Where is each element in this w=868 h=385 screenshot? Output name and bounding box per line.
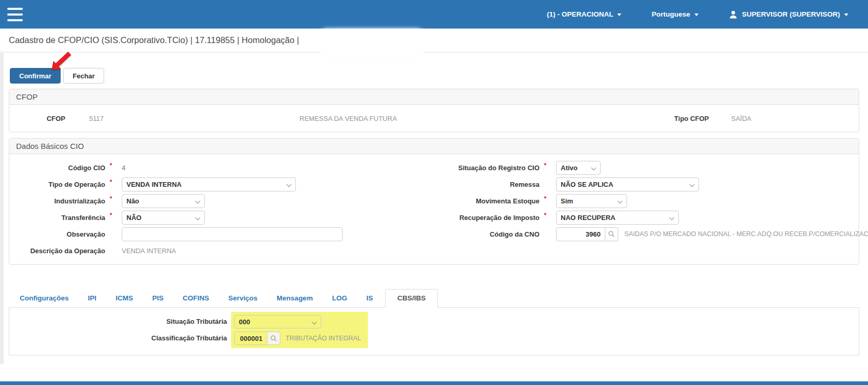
required-marker: * (105, 162, 117, 169)
tab-cbs-ibs-active[interactable]: CBS/IBS (385, 289, 438, 308)
form-row: Observação Código da CNO SAIDAS P/O MERC… (9, 226, 859, 242)
codigo-cio-label: Código CIO (9, 164, 105, 172)
environment-label: (1) - OPERACIONAL (547, 10, 613, 18)
descricao-operacao-label: Descrição da Operação (9, 247, 105, 255)
situacao-tributaria-label: Situação Tributária (9, 315, 227, 328)
top-navigation-bar: (1) - OPERACIONAL Portuguese SUPERVISOR … (0, 0, 868, 29)
redaction-overlay (322, 31, 422, 58)
tab-mensagem[interactable]: Mensagem (277, 294, 313, 302)
codigo-cno-label: Código da CNO (343, 230, 539, 238)
required-marker: * (105, 195, 117, 202)
tabs-bar: Configurações IPI ICMS PIS COFINS Serviç… (9, 288, 859, 307)
close-button[interactable]: Fechar (63, 68, 104, 84)
codigo-cno-input[interactable] (556, 227, 605, 241)
chevron-down-icon (844, 13, 848, 16)
classificacao-tributaria-search-button[interactable] (267, 332, 280, 345)
user-menu-dropdown[interactable]: SUPERVISOR (SUPERVISOR) (729, 10, 848, 19)
situacao-registro-label: Situação do Registro CIO (343, 164, 539, 172)
language-dropdown[interactable]: Portuguese (651, 10, 698, 18)
form-row: Transferência * NÃO Recuperação de Impos… (9, 209, 859, 226)
recuperacao-imposto-select[interactable]: NAO RECUPERA (557, 211, 678, 224)
search-icon (270, 335, 277, 342)
observacao-label: Observação (9, 230, 105, 238)
tab-ipi[interactable]: IPI (88, 294, 97, 302)
cfop-description: REMESSA DA VENDA FUTURA (236, 115, 646, 122)
required-marker: * (105, 178, 117, 186)
situacao-tributaria-select[interactable]: 000 (235, 315, 321, 328)
page-title: Cadastro de CFOP/CIO (SIS.Corporativo.TC… (9, 35, 299, 45)
chevron-down-icon (617, 13, 621, 16)
form-row: Descrição da Operação VENDA INTERNA (9, 242, 859, 259)
required-marker: * (539, 195, 551, 202)
highlighted-fields-area: 000 TRIBUTAÇÃO INTEGRAL (231, 312, 368, 348)
tab-icms[interactable]: ICMS (116, 294, 133, 302)
recuperacao-imposto-label: Recuperação de Imposto (343, 214, 539, 222)
required-marker: * (105, 212, 117, 219)
industrializacao-label: Industrialização (9, 197, 105, 205)
transferencia-label: Transferência (9, 214, 105, 222)
codigo-cno-search-button[interactable] (605, 227, 618, 241)
tab-is[interactable]: IS (366, 294, 373, 302)
footer-bar (0, 381, 868, 385)
classificacao-tributaria-input[interactable] (234, 332, 267, 345)
form-row: Código CIO * 4 Situação do Registro CIO … (9, 159, 859, 176)
toolbar: Confirmar Fechar (10, 68, 868, 84)
user-label: SUPERVISOR (SUPERVISOR) (742, 10, 840, 18)
descricao-operacao-value: VENDA INTERNA (117, 247, 343, 255)
hamburger-menu-icon[interactable] (7, 8, 25, 21)
dados-basicos-section-title: Dados Básicos CIO (9, 139, 859, 154)
cfop-section-title: CFOP (9, 89, 859, 105)
codigo-cno-description: SAIDAS P/O MERCADO NACIONAL - MERC.ADQ.O… (624, 230, 868, 238)
form-row: Industrialização * Não Movimenta Estoque… (9, 192, 859, 209)
cbs-ibs-tab-panel: Situação Tributária Classificação Tribut… (9, 307, 859, 355)
tab-cofins[interactable]: COFINS (183, 294, 209, 302)
remessa-label: Remessa (343, 181, 539, 188)
situacao-registro-select[interactable]: Ativo (557, 161, 600, 174)
required-marker: * (539, 212, 551, 219)
industrializacao-select[interactable]: Não (122, 195, 204, 208)
language-label: Portuguese (651, 10, 690, 18)
movimenta-estoque-label: Movimenta Estoque (343, 197, 539, 205)
environment-dropdown[interactable]: (1) - OPERACIONAL (547, 10, 621, 18)
movimenta-estoque-select[interactable]: Sim (557, 195, 627, 208)
app-window: (1) - OPERACIONAL Portuguese SUPERVISOR … (0, 0, 868, 385)
tab-log[interactable]: LOG (332, 294, 347, 302)
tab-pis[interactable]: PIS (152, 294, 164, 302)
tab-configuracoes[interactable]: Configurações (20, 294, 69, 302)
dados-basicos-section: Dados Básicos CIO Código CIO * 4 Situaçã… (9, 138, 859, 265)
required-marker: * (539, 162, 551, 169)
tipo-operacao-label: Tipo de Operação (9, 181, 105, 188)
classificacao-tributaria-description: TRIBUTAÇÃO INTEGRAL (286, 335, 361, 342)
codigo-cio-value: 4 (117, 164, 343, 172)
transferencia-select[interactable]: NÃO (122, 211, 204, 224)
tab-servicos[interactable]: Serviços (229, 294, 258, 302)
cfop-code-value: 5117 (65, 115, 236, 122)
confirm-button[interactable]: Confirmar (10, 68, 61, 84)
tipo-operacao-select[interactable]: VENDA INTERNA (122, 178, 295, 191)
cfop-section: CFOP CFOP 5117 REMESSA DA VENDA FUTURA T… (9, 89, 859, 132)
cfop-code-label: CFOP (9, 115, 65, 122)
chevron-down-icon (694, 13, 699, 16)
remessa-select[interactable]: NÃO SE APLICA (557, 178, 699, 191)
form-row: Tipo de Operação * VENDA INTERNA Remessa… (9, 176, 859, 192)
observacao-input[interactable] (122, 227, 343, 241)
search-icon (608, 230, 615, 238)
classificacao-tributaria-label: Classificação Tributária (9, 332, 227, 345)
user-icon (729, 10, 738, 19)
title-bar: Cadastro de CFOP/CIO (SIS.Corporativo.TC… (0, 29, 868, 52)
cfop-tipo-label: Tipo CFOP (646, 115, 729, 122)
left-gutter (0, 53, 4, 364)
cfop-tipo-value: SAÍDA (729, 115, 859, 122)
